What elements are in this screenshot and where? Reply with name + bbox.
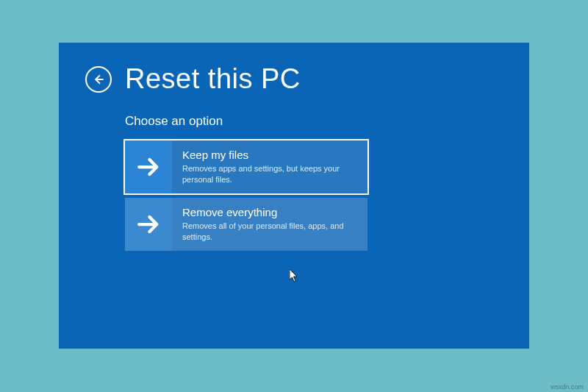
- option-remove-everything[interactable]: Remove everything Removes all of your pe…: [125, 198, 368, 251]
- option-description: Removes apps and settings, but keeps you…: [182, 163, 357, 185]
- watermark-text: wsxdn.com: [551, 383, 584, 391]
- page-title: Reset this PC: [125, 63, 301, 95]
- option-keep-my-files[interactable]: Keep my files Removes apps and settings,…: [125, 140, 368, 193]
- arrow-left-icon: [92, 73, 105, 86]
- back-button[interactable]: [85, 66, 112, 93]
- option-title: Remove everything: [182, 206, 357, 218]
- option-title: Keep my files: [182, 149, 357, 161]
- option-icon-box: [125, 140, 172, 193]
- header-row: Reset this PC: [85, 63, 503, 95]
- choose-option-label: Choose an option: [125, 114, 503, 129]
- arrow-right-icon: [136, 212, 161, 237]
- options-list: Keep my files Removes apps and settings,…: [125, 140, 368, 251]
- option-text: Keep my files Removes apps and settings,…: [172, 140, 368, 193]
- option-description: Removes all of your personal files, apps…: [182, 221, 357, 243]
- mouse-cursor-icon: [290, 269, 298, 282]
- reset-pc-panel: Reset this PC Choose an option Keep my f…: [59, 43, 529, 349]
- option-icon-box: [125, 198, 172, 251]
- option-text: Remove everything Removes all of your pe…: [172, 198, 368, 251]
- arrow-right-icon: [136, 154, 161, 179]
